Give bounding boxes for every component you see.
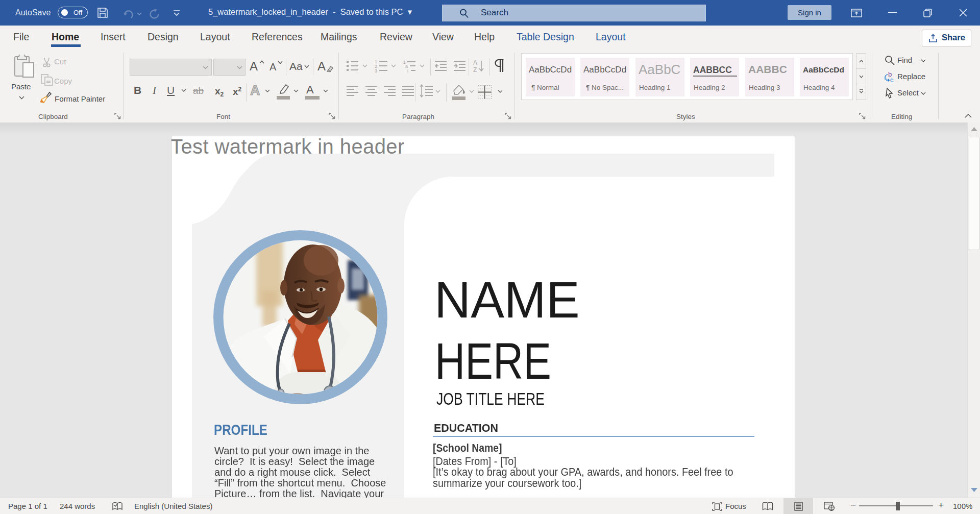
svg-text:c: c: [890, 76, 894, 83]
svg-text:Z: Z: [473, 66, 477, 73]
svg-text:A: A: [473, 59, 477, 66]
svg-text:3: 3: [375, 68, 377, 72]
svg-text:i: i: [407, 68, 408, 72]
